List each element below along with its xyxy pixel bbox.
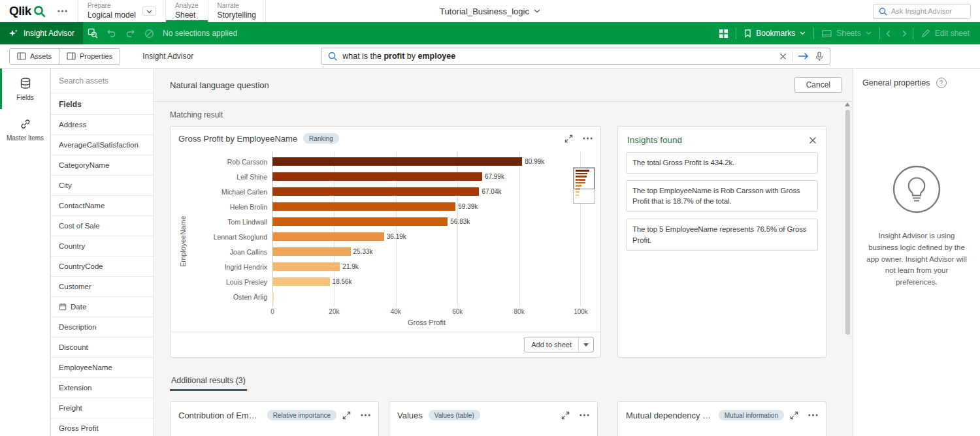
field-item[interactable]: CountryCode	[51, 256, 154, 276]
expand-icon[interactable]	[564, 134, 573, 143]
ask-insight-advisor-input[interactable]	[891, 7, 965, 15]
field-label: Discount	[59, 343, 88, 351]
field-item[interactable]: Customer	[51, 276, 154, 296]
field-label: CountryCode	[59, 262, 103, 270]
field-item[interactable]: EmployeeName	[51, 357, 154, 377]
submit-query-icon[interactable]	[798, 52, 809, 60]
chart-minimap[interactable]	[573, 167, 595, 204]
x-tick-label: 0	[270, 308, 274, 315]
x-tick-label: 100k	[574, 308, 588, 315]
qlik-logo[interactable]: Qlik	[0, 0, 51, 22]
vertical-scrollbar[interactable]	[844, 102, 851, 436]
close-icon[interactable]	[809, 136, 817, 144]
field-item[interactable]: ContactName	[51, 195, 154, 215]
tab-additional-results[interactable]: Additional results (3)	[170, 376, 247, 391]
edit-sheet-button[interactable]: Edit sheet	[913, 22, 980, 44]
bar-row: 21.9k	[272, 259, 581, 274]
field-item[interactable]: Date	[51, 296, 154, 317]
expand-icon[interactable]	[342, 411, 351, 420]
nav-narrate[interactable]: Narrate Storytelling	[208, 0, 266, 22]
general-properties-title: General properties	[862, 78, 930, 87]
sheets-button[interactable]: Sheets	[814, 22, 879, 44]
field-item[interactable]: Cost of Sale	[51, 215, 154, 236]
field-item[interactable]: Extension	[51, 377, 154, 397]
bar-row: 59.39k	[272, 199, 581, 214]
bar[interactable]	[272, 172, 482, 181]
field-item[interactable]: Discount	[51, 337, 154, 357]
help-icon[interactable]: ?	[936, 78, 947, 88]
nlq-query-text[interactable]: what is the profit by employee	[342, 52, 774, 61]
app-overview-grid-icon[interactable]	[711, 22, 736, 44]
cancel-button[interactable]: Cancel	[794, 77, 842, 93]
field-item[interactable]: Country	[51, 236, 154, 256]
microphone-icon[interactable]	[815, 52, 823, 61]
sidebar-item-master-items[interactable]: Master items	[0, 109, 50, 149]
undo-icon[interactable]	[102, 22, 121, 44]
bar-value-label: 21.9k	[342, 263, 358, 270]
bars: 80.99k67.99k67.04k59.39k56.83k36.19k25.3…	[272, 151, 581, 307]
more-options-icon[interactable]	[361, 414, 370, 416]
bar[interactable]	[272, 232, 384, 241]
scrollbar-thumb[interactable]	[845, 110, 850, 335]
bar[interactable]	[272, 277, 330, 286]
next-sheet-icon[interactable]	[896, 22, 913, 44]
more-options-icon[interactable]	[808, 414, 818, 416]
clear-selections-icon[interactable]	[140, 22, 159, 44]
bar[interactable]	[272, 292, 274, 301]
previous-sheet-icon[interactable]	[880, 22, 896, 44]
nav-prepare-caption: Prepare	[88, 2, 136, 10]
bar[interactable]	[272, 157, 522, 166]
field-item[interactable]: City	[51, 175, 154, 195]
selections-tool-icon[interactable]	[83, 22, 102, 44]
add-to-sheet-button[interactable]: Add to sheet	[524, 337, 594, 352]
field-item[interactable]: Freight	[51, 397, 154, 418]
search-icon	[879, 7, 887, 16]
bar-category-label: Michael Carlen	[189, 184, 272, 199]
field-item[interactable]: AverageCallSatisfaction	[51, 134, 154, 155]
nav-prepare[interactable]: Prepare Logical model	[78, 0, 165, 22]
nav-analyze[interactable]: Analyze Sheet	[165, 0, 208, 22]
bar[interactable]	[272, 247, 351, 256]
x-axis-ticks: 020k40k60k80k100k	[272, 307, 581, 317]
bar[interactable]	[272, 262, 340, 271]
field-item[interactable]: Gross Profit	[51, 418, 154, 436]
field-label: EmployeeName	[59, 364, 112, 371]
more-options-icon[interactable]	[580, 414, 589, 416]
add-to-sheet-label: Add to sheet	[525, 337, 578, 352]
clear-query-icon[interactable]	[779, 53, 787, 60]
bookmark-icon	[744, 29, 751, 38]
assets-tab[interactable]: Assets	[10, 49, 59, 64]
redo-icon[interactable]	[121, 22, 140, 44]
bar-row: 25.33k	[272, 244, 581, 259]
bar-category-label: Rob Carsson	[189, 154, 272, 169]
app-title-menu[interactable]: Tutorial_Business_logic	[440, 0, 540, 22]
sidebar-item-fields[interactable]: Fields	[0, 69, 50, 109]
bar[interactable]	[272, 217, 448, 226]
bookmarks-button[interactable]: Bookmarks	[736, 22, 813, 44]
bar-row: 36.19k	[272, 229, 581, 244]
expand-icon[interactable]	[561, 411, 570, 420]
field-item[interactable]: Address	[51, 114, 154, 134]
bar[interactable]	[272, 187, 479, 196]
properties-tab[interactable]: Properties	[59, 49, 120, 64]
ask-insight-advisor-search[interactable]	[873, 4, 971, 19]
query-term-profit: profit	[384, 52, 404, 61]
field-item[interactable]: Description	[51, 317, 154, 337]
search-assets-input[interactable]	[51, 69, 154, 93]
chevron-down-icon[interactable]	[142, 7, 156, 16]
query-prefix: what is the	[342, 52, 384, 61]
result-card: Mutual dependency bet...Mutual informati…	[617, 401, 826, 436]
scroll-up-arrow-icon[interactable]	[845, 102, 850, 106]
nlq-search-box[interactable]: what is the profit by employee	[321, 48, 830, 65]
bar[interactable]	[272, 202, 455, 211]
properties-tab-label: Properties	[80, 52, 112, 60]
bar-row: 56.83k	[272, 214, 581, 229]
field-item[interactable]: CategoryName	[51, 155, 154, 175]
minimap-window[interactable]	[574, 168, 595, 189]
result-card-icons	[561, 411, 589, 420]
bar-value-label: 56.83k	[450, 218, 470, 225]
more-menu-icon[interactable]	[51, 0, 74, 22]
more-options-icon[interactable]	[583, 137, 593, 140]
insight-advisor-button[interactable]: Insight Advisor	[0, 22, 83, 44]
expand-icon[interactable]	[790, 411, 798, 420]
